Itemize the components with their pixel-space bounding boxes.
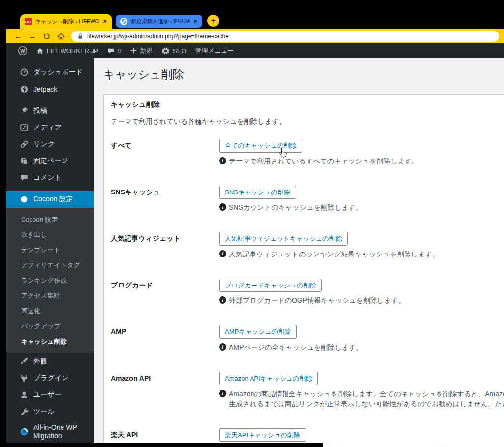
row-description: SNSカウントのキャッシュを削除します。 xyxy=(229,202,362,212)
tab-close-icon[interactable]: ✕ xyxy=(193,18,198,25)
sidebar-item-tools[interactable]: ツール xyxy=(6,403,94,420)
plug-icon xyxy=(19,373,29,383)
panel-description: テーマで利用されている各種キャッシュを削除します。 xyxy=(111,117,504,126)
row-description: テーマで利用されているすべてのキャッシュを削除します。 xyxy=(229,156,418,166)
info-icon: i xyxy=(219,390,226,397)
sidebar-item-appearance[interactable]: 外観 xyxy=(6,353,94,370)
info-icon: i xyxy=(219,296,226,304)
forward-icon[interactable]: → xyxy=(29,32,36,40)
pushpin-icon xyxy=(19,106,29,116)
jetpack-icon xyxy=(19,84,29,94)
submenu-backup[interactable]: バックアップ xyxy=(6,319,94,334)
row-label: ブログカード xyxy=(111,279,219,306)
row-description: 外部ブログカードのOGP情報キャッシュを削除します。 xyxy=(229,295,405,305)
delete-amazon-api-cache-button[interactable]: Amazon APIキャッシュの削除 xyxy=(219,372,318,385)
lock-icon xyxy=(77,33,83,40)
submenu-cache-deletion[interactable]: キャッシュ削除 xyxy=(6,334,94,349)
tab-title: 新規投稿を追加 ‹ EGUWEB.JP@オ xyxy=(131,18,190,25)
tab-title: キャッシュ削除 ‹ LIFEWORKER.JP — xyxy=(35,18,99,25)
sidebar-item-users[interactable]: ユーザー xyxy=(6,386,94,403)
sidebar-item-plugins[interactable]: プラグイン xyxy=(6,370,94,386)
sidebar-item-jetpack[interactable]: Jetpack xyxy=(6,81,94,97)
admin-bar-comments[interactable]: 0 xyxy=(103,43,126,58)
sidebar-item-posts[interactable]: 投稿 xyxy=(6,102,94,119)
submenu-speed-up[interactable]: 高速化 xyxy=(6,303,94,319)
comment-icon xyxy=(107,47,115,55)
row-label: すべて xyxy=(111,139,219,166)
admin-bar-site[interactable]: LIFEWORKER.JP xyxy=(32,43,103,58)
delete-sns-cache-button[interactable]: SNSキャッシュの削除 xyxy=(219,186,296,199)
delete-amp-cache-button[interactable]: AMPキャッシュの削除 xyxy=(219,325,297,339)
delete-rakuten-api-cache-button[interactable]: 楽天APIキャッシュの削除 xyxy=(219,428,306,442)
eguweb-favicon xyxy=(120,18,127,25)
panel-heading: キャッシュ削除 xyxy=(111,99,504,109)
admin-bar-new[interactable]: 新規 xyxy=(126,43,157,58)
sidebar-item-links[interactable]: リンク xyxy=(6,136,94,153)
delete-blog-card-cache-button[interactable]: ブログカードキャッシュの削除 xyxy=(219,279,322,292)
browser-window: LIFE キャッシュ削除 ‹ LIFEWORKER.JP — ✕ 新規投稿を追加… xyxy=(6,11,504,447)
sidebar-item-comments[interactable]: コメント xyxy=(6,169,94,186)
tab-close-icon[interactable]: ✕ xyxy=(103,18,107,25)
cocoon-submenu: Cocoon 設定 吹き出し テンプレート アフィリエイトタグ ランキング作成 … xyxy=(6,208,94,353)
user-icon xyxy=(19,390,29,400)
tab-new-post[interactable]: 新規投稿を追加 ‹ EGUWEB.JP@オ ✕ xyxy=(116,15,202,28)
sidebar-item-aio-migration[interactable]: All-in-One WP Migration xyxy=(6,420,94,444)
browser-toolbar: ← → lifeworker.jp/wp-admin/admin.php?pag… xyxy=(6,29,504,43)
info-icon: i xyxy=(219,343,226,351)
delete-all-cache-button[interactable]: 全てのキャッシュの削除 xyxy=(219,139,302,153)
brush-icon xyxy=(19,356,29,366)
black-strip-artifact xyxy=(0,443,323,447)
submenu-access-stats[interactable]: アクセス集計 xyxy=(6,288,94,303)
submenu-affiliate-tag[interactable]: アフィリエイトタグ xyxy=(6,257,94,273)
row-description: 人気記事ウィジェットのランキング結果キャッシュを削除します。 xyxy=(229,249,439,259)
reload-icon[interactable] xyxy=(43,32,51,40)
sidebar-item-cocoon-settings[interactable]: Cocoon 設定 xyxy=(6,191,94,208)
submenu-speech-balloon[interactable]: 吹き出し xyxy=(6,227,94,242)
admin-content: キャッシュ削除 キャッシュ削除 テーマで利用されている各種キャッシュを削除します… xyxy=(94,58,504,447)
mouse-cursor-hand xyxy=(277,147,287,161)
admin-bar-admin-menu[interactable]: 管理メニュー xyxy=(190,43,238,58)
new-tab-button[interactable]: + xyxy=(207,15,219,27)
row-label: AMP xyxy=(111,325,219,352)
sidebar-item-pages[interactable]: 固定ページ xyxy=(6,153,94,169)
row-label: SNSキャッシュ xyxy=(111,186,219,213)
wp-sidebar: ダッシュボード Jetpack 投稿 メディア リンク 固定ページ xyxy=(6,58,94,447)
home-icon xyxy=(36,47,44,55)
gauge-icon xyxy=(19,67,29,77)
wp-logo-icon[interactable]: W xyxy=(13,43,32,58)
cache-row-popular-widget: 人気記事ウィジェット 人気記事ウィジェットキャッシュの削除 i人気記事ウィジェッ… xyxy=(111,232,504,259)
cocoon-icon xyxy=(19,194,29,204)
media-icon xyxy=(19,123,29,132)
row-description-line2: 生成されるまでは商品リンクが正常表示しない可能性があるのでお勧めはしません。ただ… xyxy=(229,399,504,409)
page-title: キャッシュ削除 xyxy=(103,67,504,82)
tab-cache-deletion[interactable]: LIFE キャッシュ削除 ‹ LIFEWORKER.JP — ✕ xyxy=(20,14,112,29)
submenu-template[interactable]: テンプレート xyxy=(6,242,94,257)
submenu-ranking[interactable]: ランキング作成 xyxy=(6,273,94,288)
url-text: lifeworker.jp/wp-admin/admin.php?page=th… xyxy=(87,33,229,40)
aio-migration-icon xyxy=(19,427,29,437)
row-description: AMPページの全キャッシュを削除します。 xyxy=(229,342,363,352)
row-label: 人気記事ウィジェット xyxy=(111,232,219,259)
cache-row-sns: SNSキャッシュ SNSキャッシュの削除 iSNSカウントのキャッシュを削除しま… xyxy=(111,186,504,213)
plus-icon xyxy=(130,47,137,54)
comment-icon xyxy=(19,173,29,183)
address-bar[interactable]: lifeworker.jp/wp-admin/admin.php?page=th… xyxy=(71,31,499,42)
svg-text:W: W xyxy=(20,48,25,54)
row-label: Amazon API xyxy=(111,372,219,409)
home-icon[interactable] xyxy=(57,32,65,40)
tab-strip: LIFE キャッシュ削除 ‹ LIFEWORKER.JP — ✕ 新規投稿を追加… xyxy=(6,11,504,29)
pages-icon xyxy=(19,156,29,166)
info-icon: i xyxy=(219,157,226,164)
submenu-cocoon-settings[interactable]: Cocoon 設定 xyxy=(6,212,94,227)
cache-row-all: すべて 全てのキャッシュの削除 iテーマで利用されているすべてのキャッシュを削除… xyxy=(111,139,504,166)
cache-row-amazon-api: Amazon API Amazon APIキャッシュの削除 iAmazonの商品… xyxy=(111,372,504,409)
cache-row-amp: AMP AMPキャッシュの削除 iAMPページの全キャッシュを削除します。 xyxy=(111,325,504,352)
wrench-icon xyxy=(19,407,29,416)
sidebar-item-dashboard[interactable]: ダッシュボード xyxy=(6,64,94,81)
cache-deletion-panel: キャッシュ削除 テーマで利用されている各種キャッシュを削除します。 すべて 全て… xyxy=(103,94,504,447)
admin-bar-seo[interactable]: SEO xyxy=(157,43,190,58)
sidebar-item-media[interactable]: メディア xyxy=(6,119,94,136)
back-icon[interactable]: ← xyxy=(14,32,22,40)
info-icon: i xyxy=(219,250,226,257)
delete-popular-widget-cache-button[interactable]: 人気記事ウィジェットキャッシュの削除 xyxy=(219,232,348,246)
